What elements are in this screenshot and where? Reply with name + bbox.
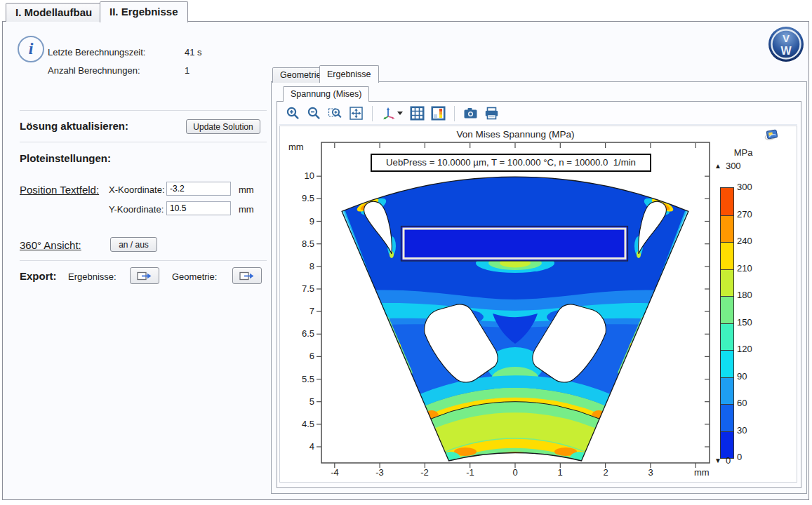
- export-results-button[interactable]: [130, 267, 159, 284]
- y-tick-label: 7: [280, 306, 314, 316]
- last-calc-time-value: 41 s: [185, 47, 202, 58]
- zoom-box-icon[interactable]: [327, 105, 343, 121]
- view-360-toggle-button[interactable]: an / aus: [110, 237, 157, 252]
- zoom-in-icon[interactable]: [285, 105, 301, 121]
- zoom-extents-icon[interactable]: [348, 105, 364, 121]
- toolbar-separator: [372, 106, 373, 121]
- export-icon: [239, 271, 255, 281]
- y-tick-label: 5.5: [280, 374, 314, 384]
- export-results-label: Ergebnisse:: [68, 271, 117, 282]
- legend-unit: MPa: [722, 147, 764, 158]
- legend-tick-label: 120: [737, 344, 752, 354]
- legend-min-marker: ▼ 0: [714, 455, 731, 466]
- export-geometry-button[interactable]: [232, 267, 262, 284]
- y-tick-label: 6.5: [280, 328, 314, 339]
- graphics-area: Von Mises Spannung (MPa) UebPress = 10.0…: [279, 126, 797, 483]
- vw-logo-icon: V W: [768, 26, 804, 62]
- y-axis-unit: mm: [288, 142, 304, 152]
- app-root: I. Modellaufbau II. Ergebnisse V W i Let…: [0, 0, 812, 505]
- y-tick-label: 10: [280, 170, 314, 181]
- export-geometry-label: Geometrie:: [172, 271, 217, 282]
- color-scale-bar: [720, 187, 734, 459]
- svg-text:W: W: [780, 45, 792, 57]
- legend-tick-label: 180: [737, 290, 752, 300]
- view-360-label: 360° Ansicht:: [20, 239, 81, 251]
- legend-tick-label: 60: [737, 398, 747, 408]
- x-coordinate-label: X-Koordinate:: [109, 184, 165, 195]
- snapshot-camera-icon[interactable]: [462, 105, 479, 121]
- legend-tick-label: 300: [737, 182, 752, 192]
- plot-corner-icon[interactable]: [764, 127, 780, 142]
- grid-toggle-icon[interactable]: [409, 105, 425, 121]
- y-tick-label: 4.5: [280, 419, 314, 429]
- y-coordinate-label: Y-Koordinate:: [109, 204, 164, 215]
- legend-tick-label: 0: [737, 452, 742, 462]
- y-coordinate-input[interactable]: [166, 201, 231, 215]
- view-orientation-icon[interactable]: [380, 105, 404, 121]
- graphics-canvas[interactable]: [314, 135, 717, 470]
- toolbar-separator: [454, 106, 455, 121]
- triangle-up-icon: ▲: [714, 162, 721, 170]
- info-icon: i: [18, 36, 44, 62]
- update-solution-button[interactable]: Update Solution: [186, 119, 260, 134]
- zoom-out-icon[interactable]: [306, 105, 322, 121]
- divider: [20, 110, 267, 111]
- x-coordinate-input[interactable]: [166, 182, 231, 196]
- update-solution-label: Lösung aktualisieren:: [20, 120, 128, 132]
- export-heading: Export:: [20, 270, 57, 282]
- legend-tick-label: 210: [737, 263, 752, 274]
- viewer-tab-ergebnisse[interactable]: Ergebnisse: [319, 65, 379, 83]
- svg-text:V: V: [783, 32, 790, 44]
- y-tick-label: 4: [280, 441, 314, 452]
- x-unit-label: mm: [239, 184, 254, 195]
- tab-modellaufbau[interactable]: I. Modellaufbau: [6, 3, 102, 22]
- triangle-down-icon: ▼: [714, 457, 721, 464]
- y-tick-label: 8: [280, 261, 314, 271]
- graphics-toolbar: [279, 102, 797, 125]
- chevron-down-icon[interactable]: [397, 112, 403, 115]
- legend-tick-label: 90: [737, 371, 747, 382]
- legend-tick-label: 240: [737, 236, 752, 246]
- y-tick-label: 7.5: [280, 283, 314, 294]
- y-tick-label: 5: [280, 396, 314, 407]
- y-unit-label: mm: [239, 204, 254, 215]
- y-tick-label: 6: [280, 351, 314, 361]
- divider: [20, 260, 267, 261]
- legend-tick-label: 30: [737, 425, 747, 436]
- plot-annotation: UebPress = 10.0000 µm, T = 100.000 °C, n…: [371, 154, 651, 172]
- y-tick-label: 8.5: [280, 238, 314, 249]
- y-tick-label: 9.5: [280, 193, 314, 203]
- tab-ergebnisse-main[interactable]: II. Ergebnisse: [100, 1, 188, 22]
- plot-settings-heading: Ploteinstellungen:: [20, 152, 111, 164]
- divider: [20, 142, 267, 142]
- plot-tab-spannung-mises[interactable]: Spannung (Mises): [283, 86, 369, 102]
- export-icon: [137, 271, 152, 281]
- calc-count-value: 1: [185, 65, 189, 76]
- legend-max-marker: ▲ 300: [714, 161, 741, 171]
- legend-toggle-icon[interactable]: [430, 105, 446, 121]
- legend-tick-label: 270: [737, 209, 752, 220]
- legend-tick-label: 150: [737, 317, 752, 328]
- calc-count-label: Anzahl Berechnungen:: [48, 65, 140, 76]
- textfield-position-label: Position Textfeld:: [20, 184, 99, 196]
- y-tick-label: 9: [280, 216, 314, 227]
- print-icon[interactable]: [484, 105, 500, 121]
- last-calc-time-label: Letzte Berechnungszeit:: [48, 47, 145, 58]
